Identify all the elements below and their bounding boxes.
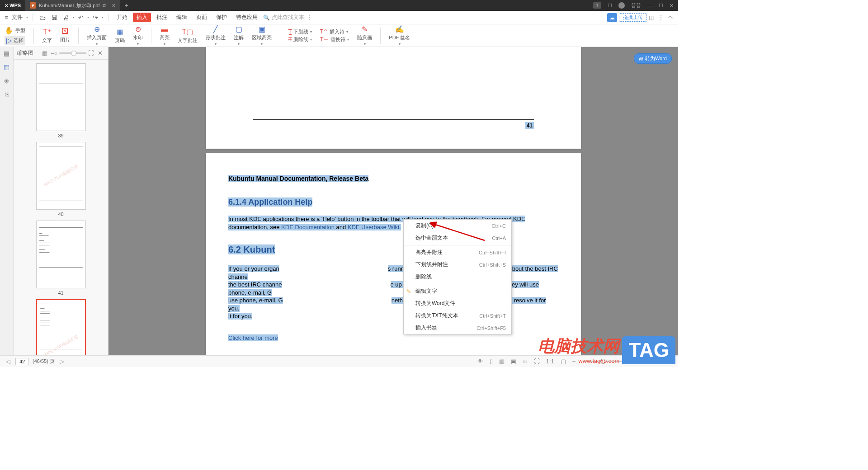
upload-button[interactable]: 拖拽上传	[619, 13, 647, 22]
insert-char-tool[interactable]: T⌃插入符▾	[320, 28, 349, 35]
rail-outline-icon[interactable]: ▤	[4, 50, 9, 57]
cloud-button[interactable]: ☁	[607, 13, 617, 22]
word-icon: W	[639, 56, 643, 61]
thumbnail-item[interactable]: 39	[14, 63, 108, 138]
hand-tool[interactable]: ✋手型	[5, 26, 25, 35]
convert-to-word-button[interactable]: W 转为Word	[634, 53, 672, 64]
more-icon[interactable]: ⋮	[658, 14, 664, 21]
page-total: (46/55) 页	[33, 358, 55, 365]
ctx-convert-txt[interactable]: 转换为TXT纯文本Ctrl+Shift+T	[404, 310, 511, 322]
menu-edit[interactable]: 编辑	[173, 14, 191, 21]
watermark-logo: 电脑技术网 www.tagxp.com TAG	[538, 335, 675, 364]
notification-badge[interactable]: 1	[593, 2, 601, 9]
freehand-tool[interactable]: ✎随意画▾	[357, 25, 372, 46]
menu-special[interactable]: 特色应用	[232, 14, 261, 21]
thumb-zoom-out-icon[interactable]: ─○	[51, 51, 57, 56]
thumb-zoom-slider[interactable]	[59, 52, 86, 54]
paragraph-link: Click here for more	[228, 334, 558, 342]
calendar-icon[interactable]: ☐	[608, 3, 612, 9]
insert-page-tool[interactable]: ⊕插入页面▾	[87, 25, 107, 46]
underline-tool[interactable]: T̲下划线▾	[288, 28, 312, 35]
text-annotation-tool[interactable]: T▢文字批注	[178, 28, 198, 44]
rail-thumbnail-icon[interactable]: ▦	[4, 63, 9, 70]
next-page-icon[interactable]: ▷	[58, 358, 66, 365]
thumbnail-list[interactable]: 39 WPS PDF编辑试用 40 ━━━━━━━━━━━━━━━━━━━━━━…	[14, 60, 108, 355]
crop-icon[interactable]: ◫	[649, 14, 654, 21]
ctx-strikeout[interactable]: 删除线	[404, 271, 511, 283]
new-tab-button[interactable]: +	[120, 2, 133, 9]
pdf-icon: P	[30, 2, 36, 9]
print-icon[interactable]: 🖨	[61, 14, 71, 21]
undo-dropdown-icon[interactable]: ▾	[87, 15, 89, 19]
rail-tag-icon[interactable]: ◈	[4, 77, 9, 84]
window-minimize-icon[interactable]: —	[647, 3, 652, 8]
ctx-convert-word[interactable]: 转换为Word文件	[404, 297, 511, 310]
window-maximize-icon[interactable]: ☐	[659, 3, 663, 9]
ctx-underline-annot[interactable]: 下划线并附注Ctrl+Shift+S	[404, 258, 511, 271]
shape-annotation-tool[interactable]: ╱形状批注▾	[206, 25, 226, 46]
ctx-edit-text[interactable]: ✎编辑文字	[404, 285, 511, 297]
select-tool[interactable]: ▷选择	[5, 36, 25, 45]
redo-dropdown-icon[interactable]: ▾	[102, 15, 104, 19]
undo-icon[interactable]: ↶	[76, 14, 85, 21]
titlebar: ✕ WPS P KubuntuManual_加水印.pdf ⧉ ✕ + 1 ☐ …	[0, 0, 678, 11]
ribbon: ✋手型 ▷选择 T⁺文字 🖼图片 ⊕插入页面▾ ▦页码 ⊜水印▾ ▬高亮▾ T▢…	[0, 24, 678, 47]
image-tool[interactable]: 🖼图片	[60, 28, 70, 43]
layout-continuous-icon[interactable]: ▥	[498, 358, 506, 365]
hamburger-icon[interactable]: ≡	[5, 14, 8, 21]
menubar: ≡ 文件 ▾ 🗁 🖫 🖨 ▾ ↶ ▾ ↷ ▾ 开始 插入 批注 编辑 页面 保护…	[0, 11, 678, 24]
user-name: 普普	[631, 2, 641, 9]
document-tab[interactable]: P KubuntuManual_加水印.pdf ⧉ ✕	[25, 0, 120, 11]
page-number-tool[interactable]: ▦页码	[115, 28, 125, 44]
left-rail: ▤ ▦ ◈ ⎘	[0, 47, 14, 355]
rail-attachment-icon[interactable]: ⎘	[5, 90, 9, 98]
view-mode-icon[interactable]: 👁	[476, 358, 485, 365]
window-close-icon[interactable]: ✕	[670, 3, 674, 9]
prev-page-icon[interactable]: ◁	[5, 358, 12, 365]
thumbnail-item[interactable]: WPS PDF编辑试用 40	[14, 142, 108, 217]
highlight-tool[interactable]: ▬高亮▾	[160, 25, 170, 46]
ctx-insert-bookmark[interactable]: 插入书签Ctrl+Shift+F5	[404, 322, 511, 334]
tab-close-icon[interactable]: ✕	[112, 3, 116, 9]
thumbnail-item[interactable]: ━━━━━━━━━━━━━━━━━━━━━━━━━━━━━━━━━━━━━━━━…	[14, 299, 108, 355]
fit-width-icon[interactable]: ⬄	[521, 358, 529, 365]
annotation-tool[interactable]: ▢注解▾	[234, 25, 244, 46]
print-dropdown-icon[interactable]: ▾	[73, 15, 75, 19]
document-area[interactable]: W 转为Word 41 Kubuntu Manual Documentation…	[108, 47, 678, 355]
menu-page[interactable]: 页面	[193, 14, 211, 21]
main-area: ▤ ▦ ◈ ⎘ 缩略图 ▦ ─○ ⛶ ✕ 39 WPS PDF编辑试用	[0, 47, 678, 355]
menu-protect[interactable]: 保护	[212, 14, 231, 21]
context-menu: 复制(C)Ctrl+C 选中全部文本Ctrl+A 高亮并附注Ctrl+Shift…	[403, 219, 512, 334]
file-menu[interactable]: 文件	[10, 14, 24, 21]
menu-insert[interactable]: 插入	[133, 13, 151, 22]
replace-char-tool[interactable]: T↔替换符▾	[320, 36, 349, 43]
ctx-copy[interactable]: 复制(C)Ctrl+C	[404, 220, 511, 232]
open-icon[interactable]: 🗁	[38, 14, 47, 21]
thumb-fit-icon[interactable]: ⛶	[88, 50, 94, 56]
collapse-ribbon-icon[interactable]: ヘ	[668, 14, 674, 21]
ctx-highlight-annot[interactable]: 高亮并附注Ctrl+Shift+H	[404, 246, 511, 258]
tab-restore-icon[interactable]: ⧉	[103, 3, 106, 9]
user-avatar-icon[interactable]	[618, 2, 625, 9]
layout-facing-icon[interactable]: ▣	[509, 358, 518, 365]
save-icon[interactable]: 🖫	[49, 14, 59, 21]
section-heading: 6.1.4 Application Help	[228, 197, 558, 207]
pdf-sign-tool[interactable]: ✍PDF 签名▾	[389, 25, 410, 46]
area-highlight-tool[interactable]: ▣区域高亮▾	[252, 25, 272, 46]
redo-icon[interactable]: ↷	[91, 14, 100, 21]
thumbnail-item[interactable]: ━━━━━━━━━━━━━━━━━━━━━━━━━━━━━━━━━━━━━━━━…	[14, 221, 108, 296]
layout-single-icon[interactable]: ▯	[488, 358, 494, 365]
app-logo[interactable]: ✕ WPS	[0, 3, 25, 8]
thumb-close-icon[interactable]: ✕	[98, 50, 103, 56]
document-page-42: Kubuntu Manual Documentation, Release Be…	[206, 153, 581, 355]
menu-annotation[interactable]: 批注	[153, 14, 171, 21]
menu-start[interactable]: 开始	[113, 14, 131, 21]
thumb-grid-icon[interactable]: ▦	[42, 50, 47, 56]
search-box[interactable]: 🔍 点此查找文本 ⋮	[263, 14, 312, 21]
watermark-tool[interactable]: ⊜水印▾	[133, 25, 143, 46]
text-tool[interactable]: T⁺文字	[42, 28, 52, 44]
ctx-select-all[interactable]: 选中全部文本Ctrl+A	[404, 232, 511, 244]
page-input[interactable]	[15, 358, 29, 365]
dropdown-icon[interactable]: ▾	[26, 15, 28, 19]
strikeout-tool[interactable]: T̶删除线▾	[288, 36, 312, 43]
